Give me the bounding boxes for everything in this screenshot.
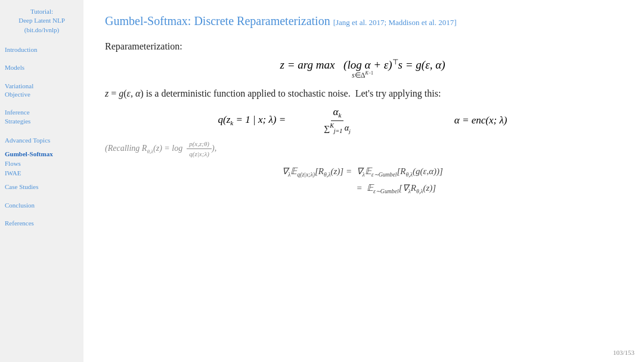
sidebar-item-models[interactable]: Models bbox=[5, 63, 79, 72]
formula-fraction: αk ∑Kj=1 αj bbox=[321, 106, 353, 134]
sidebar-title: Tutorial: Deep Latent NLP (bit.do/lvnlp) bbox=[5, 7, 79, 35]
sidebar-item-references[interactable]: References bbox=[5, 219, 79, 227]
recalling-text: (Recalling Rθ,λ(z) = log p(x,z;θ) q(z|x;… bbox=[105, 140, 620, 157]
sidebar-item-gumbel[interactable]: Gumbel-Softmax bbox=[5, 150, 79, 157]
fraction-numerator: αk bbox=[331, 106, 344, 120]
sidebar-item-case-studies[interactable]: Case Studies bbox=[5, 182, 79, 191]
sidebar-item-inference[interactable]: InferenceStrategies bbox=[5, 108, 79, 125]
formula-q-lhs: q(zk = 1 | x; λ) = bbox=[218, 114, 286, 126]
fraction-denominator: ∑Kj=1 αj bbox=[321, 121, 353, 134]
formula-argmax-sub: s∈ΔK−1 bbox=[105, 70, 620, 80]
formula-alpha-enc: α = enc(x; λ) bbox=[454, 115, 507, 126]
title-ref: [Jang et al. 2017; Maddison et al. 2017] bbox=[333, 18, 457, 27]
title-main: Gumbel-Softmax: Discrete Reparameterizat… bbox=[105, 14, 330, 27]
gradient-line-1: ∇λ𝔼q(z|x;λ)[Rθ,λ(z)] = ∇λ𝔼ε∼Gumbel[Rθ,λ(… bbox=[105, 166, 620, 178]
sidebar-item-flows[interactable]: Flows bbox=[5, 160, 79, 167]
sidebar-item-introduction[interactable]: Introduction bbox=[5, 45, 79, 54]
description-text: z = g(ε, α) is a deterministic function … bbox=[105, 88, 620, 99]
main-content: Gumbel-Softmax: Discrete Reparameterizat… bbox=[83, 0, 644, 362]
sidebar-item-iwae[interactable]: IWAE bbox=[5, 169, 79, 177]
gradient-block: ∇λ𝔼q(z|x;λ)[Rθ,λ(z)] = ∇λ𝔼ε∼Gumbel[Rθ,λ(… bbox=[105, 166, 620, 194]
sidebar-item-variational[interactable]: VariationalObjective bbox=[5, 82, 79, 99]
formula-argmax-text: z = arg max (log α + ε)⊤s = g(ε, α) bbox=[280, 58, 445, 72]
reparameterization-label: Reparameterization: bbox=[105, 41, 620, 52]
formula-categorical: q(zk = 1 | x; λ) = αk ∑Kj=1 αj α = enc(x… bbox=[105, 106, 620, 134]
slide-title: Gumbel-Softmax: Discrete Reparameterizat… bbox=[105, 14, 620, 28]
page-number: 103/153 bbox=[613, 349, 634, 356]
formula-argmax: z = arg max (log α + ε)⊤s = g(ε, α) bbox=[105, 58, 620, 72]
sidebar: Tutorial: Deep Latent NLP (bit.do/lvnlp)… bbox=[0, 0, 83, 362]
sidebar-item-advanced[interactable]: Advanced Topics bbox=[5, 136, 79, 144]
sidebar-item-conclusion[interactable]: Conclusion bbox=[5, 201, 79, 209]
gradient-line-2: = 𝔼ε∼Gumbel[∇λRθ,λ(z)] bbox=[105, 182, 620, 194]
